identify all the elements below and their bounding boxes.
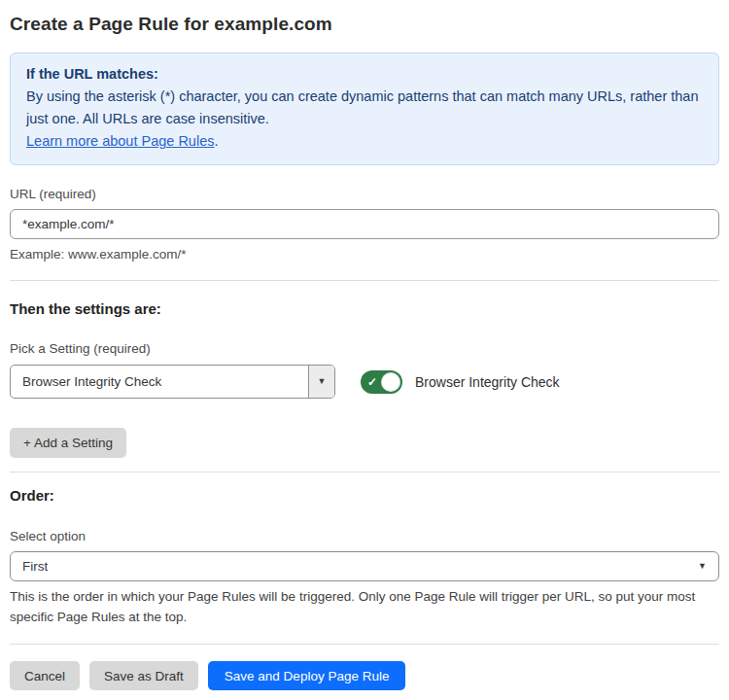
setting-picker-label: Pick a Setting (required)	[10, 341, 719, 356]
setting-row: Browser Integrity Check ▼ ✓ Browser Inte…	[10, 365, 719, 399]
learn-more-link[interactable]: Learn more about Page Rules	[26, 133, 214, 149]
check-icon: ✓	[367, 376, 377, 388]
divider	[10, 644, 719, 645]
save-deploy-button[interactable]: Save and Deploy Page Rule	[208, 661, 406, 690]
order-select-label: Select option	[10, 529, 719, 543]
setting-toggle-label: Browser Integrity Check	[415, 374, 560, 390]
page-title: Create a Page Rule for example.com	[10, 14, 719, 35]
dropdown-arrow-icon: ▼	[318, 377, 327, 386]
order-select-value: First	[22, 559, 48, 574]
url-input[interactable]	[10, 209, 719, 239]
url-helper: Example: www.example.com/*	[10, 247, 719, 262]
url-label: URL (required)	[10, 187, 719, 201]
url-match-info-box: If the URL matches: By using the asteris…	[10, 52, 719, 165]
order-section-heading: Order:	[10, 487, 719, 504]
link-suffix: .	[214, 133, 218, 149]
order-helper-text: This is the order in which your Page Rul…	[10, 586, 719, 627]
settings-section-heading: Then the settings are:	[10, 300, 719, 317]
info-box-heading: If the URL matches:	[26, 63, 703, 86]
add-setting-button[interactable]: + Add a Setting	[10, 428, 126, 458]
info-box-body: By using the asterisk (*) character, you…	[26, 86, 703, 130]
setting-select[interactable]: Browser Integrity Check ▼	[10, 365, 335, 399]
divider	[10, 472, 719, 472]
dropdown-arrow-icon: ▼	[698, 562, 707, 571]
setting-toggle[interactable]: ✓	[361, 370, 402, 394]
info-box-link-line: Learn more about Page Rules.	[26, 130, 703, 153]
order-select[interactable]: First ▼	[10, 551, 719, 581]
setting-select-arrow-button[interactable]: ▼	[308, 366, 334, 398]
setting-select-value: Browser Integrity Check	[11, 366, 308, 398]
toggle-knob	[381, 372, 400, 392]
save-draft-button[interactable]: Save as Draft	[89, 661, 198, 690]
form-actions: Cancel Save as Draft Save and Deploy Pag…	[10, 661, 719, 690]
page-rule-form: Create a Page Rule for example.com If th…	[0, 0, 729, 700]
cancel-button[interactable]: Cancel	[10, 661, 80, 690]
divider	[10, 280, 719, 281]
